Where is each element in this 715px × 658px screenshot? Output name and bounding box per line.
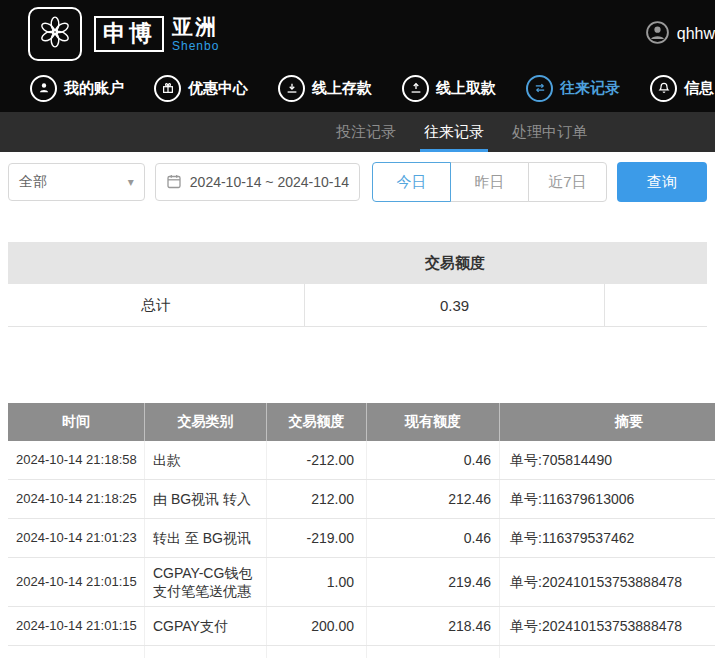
nav-item-label: 线上存款 <box>312 79 372 98</box>
records-tabbar: 投注记录 往来记录 处理中订单 <box>0 112 715 152</box>
today-button[interactable]: 今日 <box>372 162 451 202</box>
cell-balance: 212.46 <box>367 480 500 518</box>
flower-icon <box>37 14 73 54</box>
records-table: 时间 交易类别 交易额度 现有额度 摘要 2024-10-14 21:18:58… <box>8 403 715 658</box>
cell-summary: 单号:116379613006 <box>500 480 715 518</box>
cell-time: 2024-10-14 21:18:25 <box>8 480 145 518</box>
nav-item-label: 往来记录 <box>560 79 620 98</box>
nav-item-label: 线上取款 <box>436 79 496 98</box>
summary-total-value: 0.39 <box>305 284 605 326</box>
cell-balance: 218.46 <box>367 607 500 645</box>
col-header-amount: 交易额度 <box>267 403 367 441</box>
table-row: 2024-10-14 21:01:23 转出 至 BG视讯 -219.00 0.… <box>8 519 715 558</box>
cell-type: 由 BG视讯 转入 <box>145 480 267 518</box>
nav-item-label: 信息 <box>684 79 714 98</box>
calendar-icon <box>166 173 182 192</box>
bell-icon <box>650 75 677 102</box>
nav-item-promotions[interactable]: 优惠中心 <box>154 75 248 102</box>
cell-balance: 219.46 <box>367 558 500 606</box>
cell-summary: 单号:202410153753888478 <box>500 558 715 606</box>
nav-item-transaction-records[interactable]: 往来记录 <box>526 75 620 102</box>
type-select-value: 全部 <box>19 173 47 191</box>
date-range-input[interactable]: 2024-10-14 ~ 2024-10-14 <box>155 163 360 201</box>
summary-table: 交易额度 总计 0.39 <box>8 242 707 327</box>
summary-total-row: 总计 0.39 <box>8 284 707 327</box>
table-row: 2024-10-14 21:01:15 CGPAY支付 200.00 218.4… <box>8 607 715 646</box>
cell-time: 2024-10-14 21:18:58 <box>8 441 145 479</box>
type-select[interactable]: 全部 ▾ <box>8 163 145 201</box>
summary-header-amount: 交易额度 <box>305 254 605 273</box>
tab-processing-orders[interactable]: 处理中订单 <box>498 112 601 152</box>
summary-header-row: 交易额度 <box>8 242 707 284</box>
tab-transaction-records[interactable]: 往来记录 <box>410 112 498 152</box>
main-nav: 我的账户 优惠中心 线上存款 <box>0 68 715 112</box>
cell-summary: 单号:116379537462 <box>500 519 715 557</box>
summary-total-empty <box>605 284 707 326</box>
nav-item-messages[interactable]: 信息 <box>650 75 714 102</box>
brand-region: 亚洲 Shenbo <box>172 16 219 52</box>
brand-flower-logo[interactable] <box>28 7 82 61</box>
cell-time: 2024-10-14 21:01:23 <box>8 519 145 557</box>
cell-amount: 200.00 <box>267 607 367 645</box>
user-icon <box>30 75 57 102</box>
table-row: 2024-10-14 21:18:25 由 BG视讯 转入 212.00 212… <box>8 480 715 519</box>
brand-region-en: Shenbo <box>172 40 219 52</box>
yesterday-button[interactable]: 昨日 <box>450 162 529 202</box>
date-range-value: 2024-10-14 ~ 2024-10-14 <box>190 174 349 190</box>
brand-region-cn: 亚洲 <box>172 16 219 37</box>
col-header-balance: 现有额度 <box>367 403 500 441</box>
username: qhhw <box>677 25 715 43</box>
cell-type: CGPAY-CG钱包支付笔笔送优惠 <box>145 558 267 606</box>
cell-summary: 单号:202410153753888478 <box>500 607 715 645</box>
filter-bar: 全部 ▾ 2024-10-14 ~ 2024-10-14 今日 昨日 近7日 查… <box>0 152 715 212</box>
transfer-records-icon <box>526 75 553 102</box>
user-account-button[interactable]: qhhw <box>645 20 715 49</box>
cell-balance: 0.46 <box>367 519 500 557</box>
cell-balance: 18.46 <box>367 646 500 658</box>
cell-type: CGPAY支付 <box>145 607 267 645</box>
col-header-summary: 摘要 <box>500 403 715 441</box>
cell-amount: 18.00 <box>267 646 367 658</box>
cell-time: 2024-10-14 21:00:49 <box>8 646 145 658</box>
withdraw-icon <box>402 75 429 102</box>
gift-icon <box>154 75 181 102</box>
col-header-time: 时间 <box>8 403 145 441</box>
cell-amount: -212.00 <box>267 441 367 479</box>
brand-name-box: 申博 <box>94 16 164 51</box>
cell-type: 活动优惠 <box>145 646 267 658</box>
deposit-icon <box>278 75 305 102</box>
cell-type: 转出 至 BG视讯 <box>145 519 267 557</box>
last7days-button[interactable]: 近7日 <box>528 162 607 202</box>
nav-item-my-account[interactable]: 我的账户 <box>30 75 124 102</box>
page-root: 申博 亚洲 Shenbo qhhw <box>0 0 715 658</box>
table-header-row: 时间 交易类别 交易额度 现有额度 摘要 <box>8 403 715 441</box>
summary-total-label: 总计 <box>8 284 305 326</box>
nav-item-label: 我的账户 <box>64 79 124 98</box>
search-button[interactable]: 查询 <box>617 162 707 202</box>
table-row: 2024-10-14 21:00:49 活动优惠 18.00 18.46 <box>8 646 715 658</box>
nav-item-deposit[interactable]: 线上存款 <box>278 75 372 102</box>
col-header-type: 交易类别 <box>145 403 267 441</box>
cell-balance: 0.46 <box>367 441 500 479</box>
nav-item-label: 优惠中心 <box>188 79 248 98</box>
cell-summary: 单号:705814490 <box>500 441 715 479</box>
table-row: 2024-10-14 21:18:58 出款 -212.00 0.46 单号:7… <box>8 441 715 480</box>
user-avatar-icon <box>645 20 670 49</box>
cell-amount: -219.00 <box>267 519 367 557</box>
chevron-down-icon: ▾ <box>128 175 134 189</box>
cell-amount: 212.00 <box>267 480 367 518</box>
cell-time: 2024-10-14 21:01:15 <box>8 558 145 606</box>
cell-summary <box>500 646 715 658</box>
cell-time: 2024-10-14 21:01:15 <box>8 607 145 645</box>
cell-type: 出款 <box>145 441 267 479</box>
tab-betting-records[interactable]: 投注记录 <box>322 112 410 152</box>
cell-amount: 1.00 <box>267 558 367 606</box>
nav-item-withdraw[interactable]: 线上取款 <box>402 75 496 102</box>
table-row: 2024-10-14 21:01:15 CGPAY-CG钱包支付笔笔送优惠 1.… <box>8 558 715 607</box>
top-header: 申博 亚洲 Shenbo qhhw <box>0 0 715 68</box>
quick-date-buttons: 今日 昨日 近7日 <box>372 162 607 202</box>
